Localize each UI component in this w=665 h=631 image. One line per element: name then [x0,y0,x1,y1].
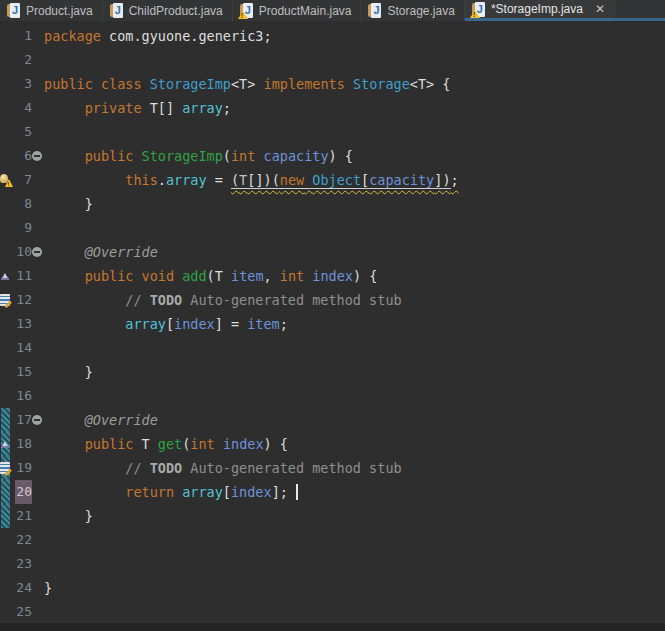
code-text[interactable] [44,336,665,360]
code-line-15[interactable]: 15 } [0,360,665,384]
marker-gutter[interactable] [0,528,13,552]
marker-gutter[interactable] [0,144,13,168]
collapse-fold-icon[interactable] [32,151,42,161]
fold-gutter[interactable] [32,144,44,168]
code-text[interactable] [44,528,665,552]
warning-quickfix-icon[interactable] [0,174,13,187]
code-text[interactable]: // TODO Auto-generated method stub [44,456,665,480]
code-line-6[interactable]: 6 public StorageImp(int capacity) { [0,144,665,168]
marker-gutter[interactable] [0,192,13,216]
code-text[interactable]: return array[index]; [44,480,665,504]
marker-gutter[interactable] [0,576,13,600]
code-line-7[interactable]: 7 this.array = (T[])(new Object[capacity… [0,168,665,192]
code-text[interactable] [44,120,665,144]
code-line-22[interactable]: 22 [0,528,665,552]
code-line-10[interactable]: 10 @Override [0,240,665,264]
code-text[interactable] [44,48,665,72]
text-caret [296,484,298,500]
code-text[interactable] [44,600,665,623]
override-marker-icon[interactable] [1,273,9,280]
task-marker-icon[interactable] [0,294,10,306]
tab-childproduct-java[interactable]: JChildProduct.java [103,0,233,21]
range-indicator-bar[interactable] [0,432,13,456]
tab--storageimp-java[interactable]: J*StorageImp.java✕ [465,0,615,21]
task-marker-icon[interactable] [0,462,10,474]
code-text[interactable]: } [44,576,665,600]
marker-gutter[interactable] [0,360,13,384]
marker-gutter[interactable] [0,552,13,576]
code-text[interactable]: @Override [44,408,665,432]
tab-label: ChildProduct.java [129,4,223,18]
marker-gutter[interactable] [0,312,13,336]
range-indicator-bar[interactable] [0,456,13,480]
tab-productmain-java[interactable]: JProductMain.java [233,0,362,21]
fold-gutter [32,192,44,216]
code-line-18[interactable]: 18 public T get(int index) { [0,432,665,456]
code-text[interactable]: public T get(int index) { [44,432,665,456]
code-text[interactable]: this.array = (T[])(new Object[capacity])… [44,168,665,192]
code-text[interactable]: array[index] = item; [44,312,665,336]
code-line-17[interactable]: 17 @Override [0,408,665,432]
code-line-14[interactable]: 14 [0,336,665,360]
override-marker-icon[interactable] [1,441,9,448]
fold-gutter [32,120,44,144]
code-line-25[interactable]: 25 [0,600,665,623]
code-line-16[interactable]: 16 [0,384,665,408]
code-text[interactable]: } [44,192,665,216]
fold-gutter[interactable] [32,408,44,432]
code-text[interactable]: package com.gyuone.generic3; [44,24,665,48]
marker-gutter[interactable] [0,600,13,623]
marker-gutter[interactable] [0,336,13,360]
marker-gutter[interactable] [0,96,13,120]
collapse-fold-icon[interactable] [32,415,42,425]
code-text[interactable]: public void add(T item, int index) { [44,264,665,288]
code-text[interactable]: @Override [44,240,665,264]
code-text[interactable] [44,216,665,240]
code-editor[interactable]: 1package com.gyuone.generic3;23public cl… [0,21,665,623]
marker-gutter[interactable] [0,168,13,192]
marker-gutter[interactable] [0,288,13,312]
collapse-fold-icon[interactable] [32,247,42,257]
code-text[interactable] [44,384,665,408]
code-line-9[interactable]: 9 [0,216,665,240]
fold-gutter[interactable] [32,240,44,264]
code-line-23[interactable]: 23 [0,552,665,576]
tab-product-java[interactable]: JProduct.java [0,0,103,21]
code-text[interactable] [44,552,665,576]
code-line-5[interactable]: 5 [0,120,665,144]
marker-gutter[interactable] [0,240,13,264]
range-indicator-bar[interactable] [0,504,13,528]
range-indicator-bar[interactable] [0,408,13,432]
marker-gutter[interactable] [0,72,13,96]
tab-storage-java[interactable]: JStorage.java [361,0,464,21]
tab-label: *StorageImp.java [491,2,583,16]
code-line-12[interactable]: 12 // TODO Auto-generated method stub [0,288,665,312]
code-line-1[interactable]: 1package com.gyuone.generic3; [0,24,665,48]
marker-gutter[interactable] [0,216,13,240]
code-text[interactable]: } [44,504,665,528]
code-line-13[interactable]: 13 array[index] = item; [0,312,665,336]
code-line-2[interactable]: 2 [0,48,665,72]
code-line-3[interactable]: 3public class StorageImp<T> implements S… [0,72,665,96]
marker-gutter[interactable] [0,264,13,288]
code-line-20[interactable]: 20 return array[index]; [0,480,665,504]
fold-gutter [32,384,44,408]
code-text[interactable]: public StorageImp(int capacity) { [44,144,665,168]
marker-gutter[interactable] [0,120,13,144]
marker-gutter[interactable] [0,24,13,48]
code-text[interactable]: // TODO Auto-generated method stub [44,288,665,312]
code-line-21[interactable]: 21 } [0,504,665,528]
marker-gutter[interactable] [0,48,13,72]
code-line-11[interactable]: 11 public void add(T item, int index) { [0,264,665,288]
fold-gutter [32,528,44,552]
code-text[interactable]: } [44,360,665,384]
code-line-8[interactable]: 8 } [0,192,665,216]
code-text[interactable]: private T[] array; [44,96,665,120]
code-text[interactable]: public class StorageImp<T> implements St… [44,72,665,96]
code-line-4[interactable]: 4 private T[] array; [0,96,665,120]
code-line-24[interactable]: 24} [0,576,665,600]
range-indicator-bar[interactable] [0,480,13,504]
marker-gutter[interactable] [0,384,13,408]
tab-close-icon[interactable]: ✕ [595,3,605,15]
code-line-19[interactable]: 19 // TODO Auto-generated method stub [0,456,665,480]
